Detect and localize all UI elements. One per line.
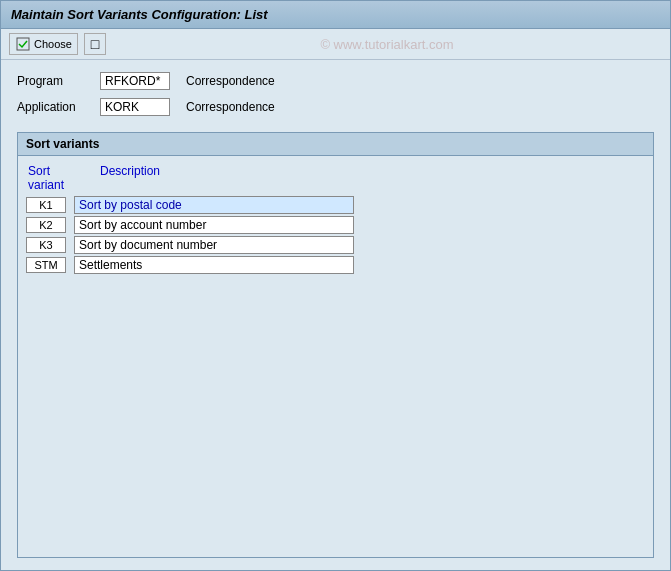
variant-cell: K2 bbox=[26, 217, 66, 233]
variant-cell: K3 bbox=[26, 237, 66, 253]
application-desc: Correspondence bbox=[186, 100, 275, 114]
main-window: Maintain Sort Variants Configuration: Li… bbox=[0, 0, 671, 571]
sort-variants-panel: Sort variants Sort variant Description K… bbox=[17, 132, 654, 558]
choose-icon bbox=[15, 36, 31, 52]
watermark: © www.tutorialkart.com bbox=[112, 37, 662, 52]
panel-header: Sort variants bbox=[18, 133, 653, 156]
description-cell: Sort by account number bbox=[74, 216, 354, 234]
choose-label: Choose bbox=[34, 38, 72, 50]
description-cell: Sort by document number bbox=[74, 236, 354, 254]
application-row: Application KORK Correspondence bbox=[17, 98, 654, 116]
description-cell: Sort by postal code bbox=[74, 196, 354, 214]
col-desc-header: Description bbox=[100, 164, 643, 192]
content-area: Program RFKORD* Correspondence Applicati… bbox=[1, 60, 670, 570]
program-label: Program bbox=[17, 74, 92, 88]
table-row[interactable]: K1Sort by postal code bbox=[26, 196, 645, 214]
description-cell: Settlements bbox=[74, 256, 354, 274]
variant-cell: STM bbox=[26, 257, 66, 273]
new-icon: □ bbox=[91, 36, 99, 52]
col-variant-header: Sort variant bbox=[28, 164, 88, 192]
new-button[interactable]: □ bbox=[84, 33, 106, 55]
table-row[interactable]: STMSettlements bbox=[26, 256, 645, 274]
svg-rect-0 bbox=[17, 38, 29, 50]
application-label: Application bbox=[17, 100, 92, 114]
table-row[interactable]: K3Sort by document number bbox=[26, 236, 645, 254]
program-value: RFKORD* bbox=[100, 72, 170, 90]
window-title: Maintain Sort Variants Configuration: Li… bbox=[11, 7, 268, 22]
table-rows-container: K1Sort by postal codeK2Sort by account n… bbox=[26, 196, 645, 274]
title-bar: Maintain Sort Variants Configuration: Li… bbox=[1, 1, 670, 29]
application-value: KORK bbox=[100, 98, 170, 116]
program-desc: Correspondence bbox=[186, 74, 275, 88]
choose-button[interactable]: Choose bbox=[9, 33, 78, 55]
toolbar: Choose □ © www.tutorialkart.com bbox=[1, 29, 670, 60]
table-row[interactable]: K2Sort by account number bbox=[26, 216, 645, 234]
program-row: Program RFKORD* Correspondence bbox=[17, 72, 654, 90]
panel-content: Sort variant Description K1Sort by posta… bbox=[18, 156, 653, 284]
variant-cell: K1 bbox=[26, 197, 66, 213]
table-header: Sort variant Description bbox=[26, 164, 645, 192]
